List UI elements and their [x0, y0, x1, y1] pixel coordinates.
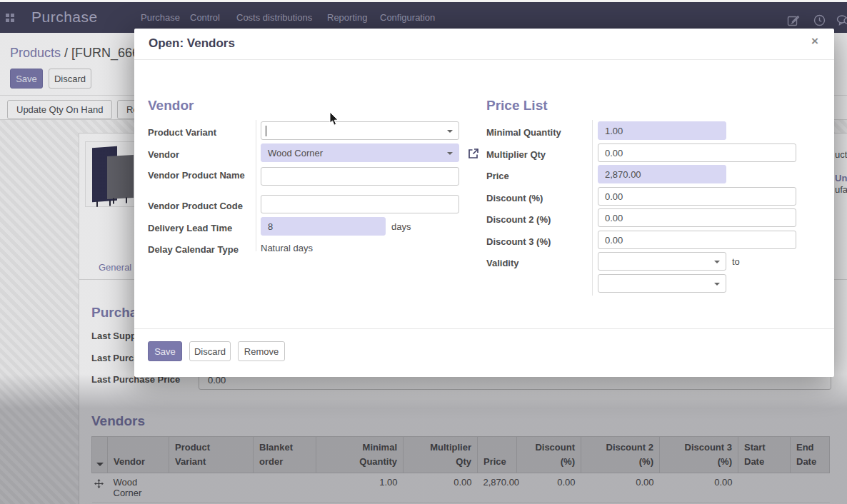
pricelist-section-heading: Price List — [486, 98, 548, 114]
vendor-label: Vendor — [148, 148, 254, 162]
table-selector-header[interactable] — [92, 437, 108, 473]
vendor-product-code-label: Vendor Product Code — [148, 199, 254, 213]
days-suffix: days — [391, 221, 411, 232]
apps-grid-icon[interactable] — [6, 14, 14, 22]
vendor-product-name-input[interactable] — [261, 167, 459, 186]
multiplier-qty-label: Multiplier Qty — [486, 148, 592, 162]
vendor-section-heading: Vendor — [148, 98, 194, 114]
cell-multiplier-qty[interactable]: 0.00 — [404, 473, 478, 503]
cell-minimal-quantity[interactable]: 1.00 — [316, 473, 404, 503]
page-save-button[interactable]: Save — [10, 69, 43, 89]
cell-price[interactable]: 2,870.00 — [478, 473, 517, 503]
discount2-label: Discount 2 (%) — [486, 213, 592, 227]
col-vendor[interactable]: Vendor — [108, 437, 169, 473]
discount3-label: Discount 3 (%) — [486, 235, 592, 249]
chevron-down-icon — [447, 130, 453, 133]
cell-discount[interactable]: 0.00 — [517, 473, 581, 503]
cell-discount2[interactable]: 0.00 — [581, 473, 660, 503]
multiplier-qty-input[interactable]: 0.00 — [598, 143, 796, 162]
drag-handle-icon[interactable] — [92, 473, 108, 503]
cell-start-date[interactable] — [738, 473, 791, 503]
cell-end-date[interactable] — [791, 473, 830, 503]
breadcrumb: Products / [FURN_666 — [10, 46, 139, 61]
cell-vendor[interactable]: Wood Corner — [108, 473, 169, 503]
discount-input[interactable]: 0.00 — [598, 187, 796, 206]
product-variant-label: Product Variant — [148, 126, 254, 140]
cell-blanket-order[interactable] — [254, 473, 316, 503]
update-qty-on-hand-button[interactable]: Update Qty On Hand — [7, 100, 112, 119]
chevron-down-icon — [714, 283, 720, 286]
col-multiplier-qty[interactable]: Multiplier Qty — [404, 437, 478, 473]
discount-label: Discount (%) — [486, 191, 592, 206]
nav-menu-control[interactable]: Control — [190, 12, 220, 23]
clock-icon[interactable] — [813, 14, 826, 26]
delivery-lead-time-input[interactable]: 8 — [261, 217, 386, 236]
breadcrumb-products-link[interactable]: Products — [10, 46, 61, 60]
column-rule-left — [256, 120, 256, 251]
modal-title: Open: Vendors — [149, 36, 235, 51]
modal-discard-button[interactable]: Discard — [189, 341, 231, 361]
product-image[interactable] — [85, 141, 136, 207]
breadcrumb-current: / [FURN_666 — [61, 46, 139, 60]
modal-header: Open: Vendors × — [134, 29, 834, 60]
col-start-date[interactable]: Start Date — [738, 437, 791, 473]
chevron-down-icon — [96, 463, 104, 466]
tab-general-information[interactable]: General — [99, 262, 131, 273]
vendor-combo[interactable]: Wood Corner — [261, 143, 459, 162]
page-discard-button[interactable]: Discard — [49, 69, 91, 89]
modal-save-button[interactable]: Save — [148, 341, 182, 361]
table-row[interactable]: Wood Corner 1.00 0.00 2,870.00 0.00 0.00… — [92, 473, 830, 503]
edit-icon[interactable] — [787, 14, 800, 27]
col-minimal-quantity[interactable]: Minimal Quantity — [316, 437, 404, 473]
background-fragment-3: ufac — [835, 184, 847, 195]
column-rule-right — [592, 120, 593, 296]
price-label: Price — [486, 169, 592, 183]
vendors-section-heading: Vendors — [91, 413, 145, 429]
cell-product-variant[interactable] — [169, 473, 254, 503]
col-end-date[interactable]: End Date — [791, 437, 830, 473]
modal-footer-divider — [134, 328, 834, 329]
delay-calendar-type-value: Natural days — [261, 243, 313, 253]
vendor-product-code-input[interactable] — [261, 195, 459, 213]
discount2-input[interactable]: 0.00 — [598, 208, 796, 227]
vendors-table-header-row: Vendor Product Variant Blanket order Min… — [92, 437, 830, 473]
validity-label: Validity — [486, 256, 592, 271]
screen: Purchase Purchase Control Costs distribu… — [0, 0, 847, 504]
minimal-quantity-label: Minimal Quantity — [486, 126, 592, 140]
last-supplier-label: Last Suppl — [91, 331, 139, 341]
validity-to-combo[interactable] — [598, 274, 726, 293]
chevron-down-icon — [447, 152, 453, 155]
col-blanket-order[interactable]: Blanket order — [254, 437, 316, 473]
last-purchase-label: Last Purch — [91, 353, 139, 363]
product-variant-combo[interactable] — [261, 121, 459, 140]
chat-icon[interactable] — [836, 14, 847, 27]
col-discount[interactable]: Discount (%) — [517, 437, 581, 473]
validity-to-text: to — [732, 256, 740, 267]
cell-discount3[interactable]: 0.00 — [660, 473, 738, 503]
product-image-panel-gray — [107, 155, 134, 199]
validity-from-combo[interactable] — [598, 252, 726, 271]
minimal-quantity-input[interactable]: 1.00 — [598, 121, 726, 140]
background-fragment-1: uct — [835, 149, 847, 160]
nav-menu-costs-distributions[interactable]: Costs distributions — [236, 12, 312, 23]
modal-remove-button[interactable]: Remove — [238, 341, 285, 361]
col-discount2[interactable]: Discount 2 (%) — [581, 437, 660, 473]
external-link-icon[interactable] — [468, 148, 479, 162]
text-cursor — [266, 126, 266, 136]
chevron-down-icon — [714, 261, 720, 263]
delay-calendar-type-label: Delay Calendar Type — [148, 243, 254, 257]
app-brand: Purchase — [31, 9, 98, 26]
delivery-lead-time-label: Delivery Lead Time — [148, 221, 254, 236]
col-product-variant[interactable]: Product Variant — [169, 437, 254, 473]
background-fragment-2: Un — [835, 173, 847, 183]
vendor-product-name-label: Vendor Product Name — [148, 168, 254, 183]
nav-menu-purchase[interactable]: Purchase — [141, 12, 180, 23]
col-discount3[interactable]: Discount 3 (%) — [660, 437, 738, 473]
close-icon[interactable]: × — [811, 34, 818, 49]
discount3-input[interactable]: 0.00 — [598, 231, 796, 249]
nav-menu-reporting[interactable]: Reporting — [327, 12, 367, 23]
col-price[interactable]: Price — [478, 437, 517, 473]
nav-menu-configuration[interactable]: Configuration — [380, 12, 435, 23]
vendors-table: Vendor Product Variant Blanket order Min… — [91, 436, 830, 503]
price-input[interactable]: 2,870.00 — [598, 165, 726, 183]
